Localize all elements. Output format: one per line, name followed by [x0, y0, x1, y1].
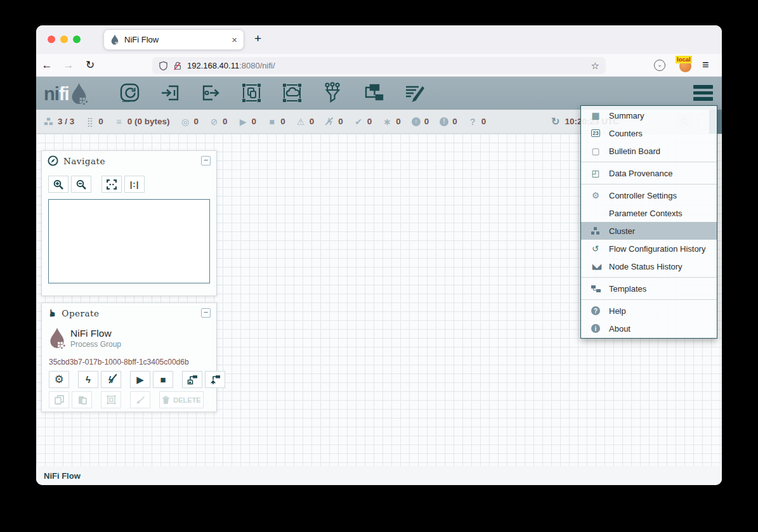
menu-item-label: Templates: [609, 284, 646, 294]
menu-item-templates[interactable]: Templates: [581, 280, 717, 297]
menu-item-label: About: [609, 324, 631, 334]
status-value: 0: [310, 117, 315, 126]
back-icon[interactable]: ←: [36, 59, 58, 72]
minimize-window-button[interactable]: [60, 36, 68, 43]
status-value: 3 / 3: [58, 117, 74, 126]
navigate-header: Navigate –: [42, 151, 216, 171]
navigate-title: Navigate: [63, 156, 196, 166]
template-icon[interactable]: [362, 81, 386, 105]
breadcrumb[interactable]: NiFi Flow: [44, 471, 81, 481]
disable-button[interactable]: ϟ: [101, 371, 121, 388]
enable-button[interactable]: ϟ: [78, 371, 98, 388]
up-to-date-icon: ✔: [354, 117, 363, 127]
flow-configuration-history-icon: ↺: [589, 243, 603, 254]
menu-item-summary[interactable]: ▦Summary: [581, 107, 717, 124]
bulletin-board-icon: ▢: [589, 146, 603, 156]
menu-item-label: Controller Settings: [609, 191, 677, 200]
cluster-icon: [44, 117, 54, 126]
zoom-window-button[interactable]: [73, 36, 81, 43]
close-tab-icon[interactable]: ×: [232, 34, 237, 45]
menu-item-parameter-contexts[interactable]: Parameter Contexts: [581, 204, 717, 222]
shield-icon[interactable]: [159, 61, 168, 71]
status-value: 0: [280, 117, 285, 126]
process-group-icon[interactable]: [240, 81, 264, 105]
menu-item-cluster[interactable]: Cluster: [581, 222, 717, 240]
status-item: ⣿0: [85, 117, 103, 127]
close-window-button[interactable]: [48, 36, 55, 43]
operate-palette: ☛ Operate – NiFi Flow Process Group 35cb…: [41, 302, 217, 412]
funnel-icon[interactable]: [321, 81, 345, 105]
disabled-icon: ϟ: [325, 117, 334, 127]
nifi-logo: nifi: [44, 82, 88, 105]
menu-item-flow-configuration-history[interactable]: ↺Flow Configuration History: [581, 240, 717, 257]
bookmark-star-icon[interactable]: ☆: [591, 60, 599, 72]
delete-button: DELETE: [159, 391, 204, 408]
configuration-button[interactable]: ⚙: [49, 371, 69, 388]
navigate-collapse-button[interactable]: –: [201, 156, 211, 165]
stop-button[interactable]: ■: [153, 371, 173, 388]
group-button: [101, 391, 121, 408]
pocket-icon[interactable]: ⌄: [654, 60, 665, 71]
url-bar[interactable]: 192.168.40.11:8080/nifi/ ☆: [152, 57, 606, 74]
menu-item-counters[interactable]: 23Counters: [581, 124, 717, 142]
status-item: ■0: [267, 117, 285, 127]
fill-color-button: [130, 391, 150, 408]
status-value: 0: [452, 117, 457, 126]
zoom-out-button[interactable]: [71, 176, 91, 193]
status-item: ⚠0: [296, 117, 315, 127]
label-icon[interactable]: [402, 81, 426, 105]
zoom-fit-button[interactable]: [101, 176, 122, 193]
new-tab-button[interactable]: +: [254, 32, 261, 46]
input-port-icon[interactable]: [159, 81, 183, 105]
not-transmitting-icon: ⊘: [209, 117, 219, 127]
logo-text-ni: ni: [44, 83, 59, 105]
operate-collapse-button[interactable]: –: [201, 308, 211, 318]
selection-id[interactable]: 35cbd3b7-017b-1000-8bff-1c3405c00d6b: [49, 358, 189, 367]
refresh-icon[interactable]: ↻: [551, 115, 559, 127]
processor-icon[interactable]: [118, 81, 142, 105]
menu-item-label: Help: [609, 306, 626, 316]
menu-item-label: Cluster: [609, 226, 635, 236]
hand-icon: ☛: [46, 308, 58, 317]
remote-process-group-icon[interactable]: [280, 81, 304, 105]
upload-template-button[interactable]: [205, 371, 225, 388]
delete-label: DELETE: [173, 396, 200, 404]
browser-tab[interactable]: NiFi Flow ×: [103, 29, 244, 50]
status-value: 0: [223, 117, 228, 126]
operate-buttons-row2: DELETE: [49, 391, 204, 408]
save-template-button[interactable]: [182, 371, 202, 388]
transmitting-icon: ◎: [181, 117, 190, 127]
status-value: 0: [396, 117, 401, 126]
copy-button: [49, 391, 69, 408]
zoom-in-button[interactable]: [48, 176, 69, 193]
browser-toolbar: ← → ↻ 192.168.40.11:8080/nifi/ ☆ ⌄ local…: [36, 54, 722, 77]
operate-buttons-row1: ⚙ ϟ ϟ ▶ ■: [49, 371, 225, 388]
menu-item-bulletin-board[interactable]: ▢Bulletin Board: [581, 142, 717, 160]
status-value: 0: [194, 117, 199, 126]
status-item: ◎0: [181, 117, 199, 127]
output-port-icon[interactable]: [199, 81, 223, 105]
reload-icon[interactable]: ↻: [79, 58, 101, 72]
status-value: 0: [424, 117, 429, 126]
status-item: ≡0 (0 bytes): [114, 117, 170, 127]
cluster-icon: [589, 226, 603, 235]
menu-item-label: Parameter Contexts: [609, 209, 683, 218]
insecure-lock-icon[interactable]: [173, 61, 182, 71]
locally-modified-stale-icon: !: [440, 117, 448, 126]
start-button[interactable]: ▶: [130, 371, 150, 388]
menu-item-data-provenance[interactable]: ◰Data Provenance: [581, 164, 717, 182]
zoom-actual-button[interactable]: |:|: [124, 176, 145, 193]
menu-item-controller-settings[interactable]: ⚙Controller Settings: [581, 186, 717, 204]
global-menu-button[interactable]: [693, 85, 713, 101]
account-button[interactable]: local: [678, 58, 693, 73]
menu-item-node-status-history[interactable]: ◣◢Node Status History: [581, 257, 717, 275]
menu-item-help[interactable]: ?Help: [581, 302, 717, 320]
tab-bar: NiFi Flow × +: [36, 25, 722, 54]
firefox-menu-icon[interactable]: ≡: [702, 58, 709, 72]
navigate-palette: Navigate – |:|: [41, 150, 217, 296]
menu-divider: [581, 184, 717, 185]
birdseye-view[interactable]: [48, 199, 210, 283]
status-value: 0: [98, 117, 103, 126]
menu-item-about[interactable]: iAbout: [581, 320, 717, 337]
status-value: 0 (0 bytes): [127, 117, 170, 126]
